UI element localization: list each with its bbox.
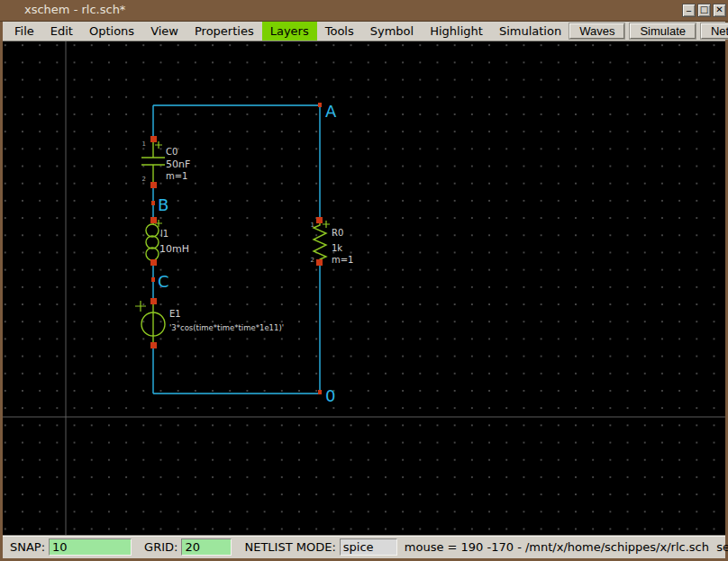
- schematic-drawing[interactable]: 1 2 1 2 C0 50nF m=1 l1 10mH R0 1k m=1 E1…: [3, 41, 725, 535]
- pin[interactable]: [150, 259, 157, 266]
- c0-pin1-number: 1: [142, 140, 146, 148]
- r0-ref-label[interactable]: R0: [332, 228, 343, 238]
- r0-value-label[interactable]: 1k: [332, 243, 342, 253]
- title-bar[interactable]: xschem - rlc.sch* _ □ ✕: [0, 0, 728, 22]
- menu-item-properties[interactable]: Properties: [187, 22, 262, 41]
- menu-item-options[interactable]: Options: [81, 22, 142, 41]
- maximize-button[interactable]: □: [697, 4, 711, 17]
- r0-pin2-number: 2: [311, 257, 314, 264]
- window-controls: _ □ ✕: [682, 4, 726, 17]
- inductor-l1-symbol[interactable]: [146, 220, 162, 263]
- net-label-a[interactable]: A: [325, 102, 337, 121]
- close-button[interactable]: ✕: [713, 4, 726, 17]
- anchor: [151, 201, 155, 205]
- pin[interactable]: [150, 182, 157, 188]
- r0-pin1-number: 1: [311, 222, 314, 229]
- pin[interactable]: [150, 342, 157, 348]
- pin[interactable]: [150, 136, 157, 142]
- menu-item-tools[interactable]: Tools: [317, 22, 362, 41]
- resistor-plus-icon: [323, 221, 330, 228]
- window-content: File Edit Options View Properties Layers…: [3, 22, 725, 558]
- menu-item-view[interactable]: View: [142, 22, 187, 41]
- pin[interactable]: [150, 298, 157, 304]
- waves-button[interactable]: Waves: [569, 23, 624, 39]
- menu-bar: File Edit Options View Properties Layers…: [3, 22, 725, 41]
- c0-ref-label[interactable]: C0: [166, 147, 177, 157]
- net-label-b[interactable]: B: [158, 195, 168, 214]
- c0-pin2-number: 2: [142, 176, 146, 183]
- l1-value-label[interactable]: 10mH: [159, 243, 189, 255]
- pin[interactable]: [150, 217, 157, 223]
- pin[interactable]: [316, 259, 323, 266]
- netlist-mode-label: NETLIST MODE:: [244, 540, 335, 554]
- anchor: [151, 277, 155, 282]
- snap-label: SNAP:: [10, 540, 45, 554]
- pin[interactable]: [316, 217, 323, 223]
- grid-input[interactable]: [181, 538, 232, 556]
- minimize-button[interactable]: _: [682, 4, 696, 17]
- menu-item-edit[interactable]: Edit: [42, 22, 81, 41]
- menu-item-file[interactable]: File: [6, 22, 42, 41]
- simulate-button[interactable]: Simulate: [630, 23, 696, 39]
- menu-item-symbol[interactable]: Symbol: [362, 22, 422, 41]
- r0-mult-label[interactable]: m=1: [332, 255, 353, 265]
- menu-item-highlight[interactable]: Highlight: [422, 22, 491, 41]
- resistor-r0-symbol[interactable]: [314, 221, 330, 263]
- anchor: [318, 103, 322, 107]
- netlist-mode-input[interactable]: [340, 538, 397, 556]
- mouse-info: mouse = 190 -170 - /mnt/x/home/schippes/…: [405, 540, 728, 554]
- source-plus-icon: [135, 301, 146, 312]
- snap-input[interactable]: [49, 538, 132, 556]
- maximize-icon: □: [698, 5, 710, 15]
- e1-ref-label[interactable]: E1: [169, 309, 181, 319]
- grid-label: GRID:: [144, 540, 177, 554]
- menu-item-layers[interactable]: Layers: [262, 22, 317, 41]
- anchor: [318, 390, 322, 394]
- menu-item-simulation[interactable]: Simulation: [491, 22, 569, 41]
- net-label-0[interactable]: 0: [325, 386, 335, 405]
- schematic-canvas[interactable]: 1 2 1 2 C0 50nF m=1 l1 10mH R0 1k m=1 E1…: [3, 41, 725, 535]
- minimize-icon: _: [683, 4, 695, 12]
- toolbar-buttons: Waves Simulate Netlist Help: [569, 22, 728, 41]
- net-label-c[interactable]: C: [158, 272, 169, 291]
- e1-value-label[interactable]: '3*cos(time*time*time*1e11)': [169, 323, 284, 332]
- netlist-button[interactable]: Netlist: [701, 23, 728, 39]
- xschem-window: xschem - rlc.sch* _ □ ✕ File Edit Option…: [0, 0, 728, 561]
- status-bar: SNAP: GRID: NETLIST MODE: mouse = 190 -1…: [3, 535, 725, 558]
- close-icon: ✕: [714, 5, 725, 15]
- c0-value-label[interactable]: 50nF: [166, 158, 190, 170]
- source-e1-symbol[interactable]: [135, 301, 165, 342]
- window-title: xschem - rlc.sch*: [24, 3, 125, 16]
- capacitor-plus-icon: [155, 141, 162, 149]
- c0-mult-label[interactable]: m=1: [166, 171, 187, 181]
- l1-ref-label[interactable]: l1: [160, 229, 168, 239]
